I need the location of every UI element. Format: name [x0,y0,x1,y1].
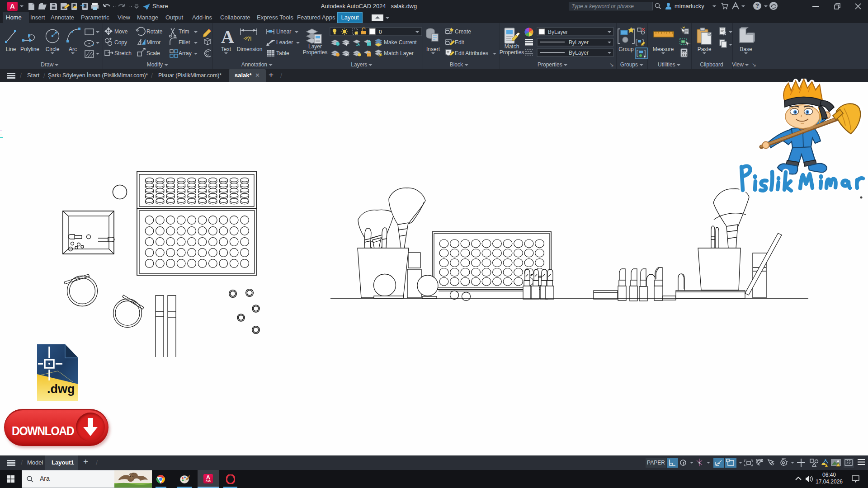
svg-text:A: A [221,27,234,47]
svg-text:.dwg: .dwg [47,382,75,396]
